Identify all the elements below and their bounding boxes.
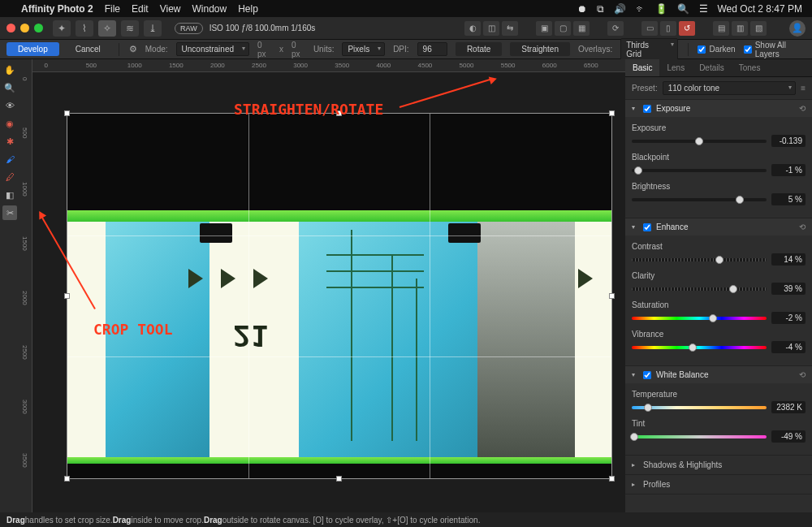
crop-handle-e[interactable]: [609, 293, 615, 299]
user-avatar[interactable]: 👤: [789, 20, 806, 37]
slider-thumb[interactable]: [644, 404, 652, 412]
panel-toggle-2-icon[interactable]: ▥: [732, 21, 748, 36]
mirror-view-icon[interactable]: ⇆: [502, 21, 518, 36]
overlay-paint-tool-icon[interactable]: 🖌: [2, 152, 17, 166]
tab-basic[interactable]: Basic: [625, 59, 659, 76]
crop-box[interactable]: [67, 113, 612, 479]
reset-icon[interactable]: ↺: [679, 21, 695, 36]
canvas[interactable]: 21 STRAIGHTEN/ROTATE: [32, 72, 625, 512]
darken-checkbox[interactable]: Darken: [698, 45, 735, 54]
rotate-button[interactable]: Rotate: [456, 42, 502, 56]
slider-track[interactable]: [632, 169, 767, 172]
exposure-title[interactable]: Exposure: [656, 104, 794, 113]
slider-track[interactable]: [632, 140, 767, 143]
tab-details[interactable]: Details: [692, 59, 732, 76]
blemish-tool-icon[interactable]: ✱: [2, 134, 17, 149]
slider-thumb[interactable]: [709, 314, 717, 322]
straighten-button[interactable]: Straighten: [510, 42, 570, 56]
slider-thumb[interactable]: [729, 285, 737, 293]
sync-icon[interactable]: ⟳: [607, 21, 624, 36]
param-value[interactable]: -49 %: [771, 430, 806, 443]
slider-thumb[interactable]: [736, 196, 744, 204]
slider-track[interactable]: [632, 317, 767, 320]
section-shadows-highlights[interactable]: ▸ Shadows & Highlights: [625, 456, 812, 475]
crop-handle-ne[interactable]: [609, 110, 615, 116]
slider-thumb[interactable]: [634, 166, 642, 175]
slider-thumb[interactable]: [715, 256, 723, 264]
view-tool-icon[interactable]: 👁: [2, 98, 17, 113]
param-value[interactable]: -1 %: [771, 164, 806, 176]
slider-track[interactable]: [632, 346, 767, 349]
clip-tones-icon[interactable]: ▦: [573, 21, 590, 36]
preset-select[interactable]: 110 color tone: [663, 81, 796, 95]
slider-thumb[interactable]: [695, 137, 703, 145]
overlays-select[interactable]: Thirds Grid: [620, 38, 677, 61]
param-value[interactable]: -0.139: [771, 135, 806, 147]
slider-track[interactable]: [632, 406, 767, 409]
fullscreen-window-button[interactable]: [34, 24, 43, 32]
wb-enable-checkbox[interactable]: [643, 371, 651, 379]
enhance-reset-icon[interactable]: ⟲: [799, 222, 806, 231]
gradient-tool-icon[interactable]: ◧: [2, 188, 17, 202]
wb-reset-icon[interactable]: ⟲: [799, 370, 806, 379]
enhance-title[interactable]: Enhance: [656, 222, 794, 231]
orientation-v-icon[interactable]: ▯: [660, 21, 676, 36]
dpi-input[interactable]: 96: [417, 42, 447, 56]
wb-title[interactable]: White Balance: [656, 370, 794, 379]
liquify-persona-icon[interactable]: ⌇: [76, 20, 93, 37]
show-all-layers-checkbox[interactable]: Show All Layers: [744, 41, 806, 58]
param-value[interactable]: 39 %: [771, 283, 806, 295]
section-profiles[interactable]: ▸ Profiles: [625, 475, 812, 495]
crop-handle-sw[interactable]: [64, 476, 70, 482]
twisty-icon[interactable]: ▾: [632, 105, 638, 112]
slider-track[interactable]: [632, 198, 767, 201]
crop-handle-n[interactable]: [336, 110, 342, 116]
minimize-window-button[interactable]: [20, 24, 29, 32]
search-icon[interactable]: 🔍: [677, 3, 689, 15]
slider-thumb[interactable]: [689, 343, 697, 352]
battery-icon[interactable]: 🔋: [655, 3, 667, 15]
panel-toggle-3-icon[interactable]: ▧: [750, 21, 767, 36]
exposure-reset-icon[interactable]: ⟲: [799, 104, 806, 113]
menu-edit[interactable]: Edit: [132, 3, 149, 15]
units-select[interactable]: Pixels: [342, 42, 385, 56]
screen-mirror-icon[interactable]: ⧉: [597, 3, 604, 15]
volume-icon[interactable]: 🔊: [614, 3, 626, 15]
orientation-h-icon[interactable]: ▭: [641, 21, 658, 36]
photo-persona-icon[interactable]: ✦: [53, 20, 71, 37]
enhance-enable-checkbox[interactable]: [643, 223, 651, 231]
tone-map-persona-icon[interactable]: ≋: [121, 20, 139, 37]
develop-persona-icon[interactable]: ✧: [98, 20, 116, 37]
app-name[interactable]: Affinity Photo 2: [21, 3, 93, 15]
menu-help[interactable]: Help: [238, 3, 258, 15]
red-eye-tool-icon[interactable]: ◉: [2, 116, 17, 131]
close-window-button[interactable]: [6, 24, 15, 32]
crop-handle-s[interactable]: [336, 476, 342, 482]
crop-tool-icon[interactable]: ✂: [2, 205, 17, 220]
develop-button[interactable]: Develop: [6, 42, 59, 56]
preset-menu-icon[interactable]: ≡: [801, 84, 806, 93]
param-value[interactable]: 2382 K: [771, 401, 806, 413]
export-persona-icon[interactable]: ⤓: [144, 20, 162, 37]
hand-tool-icon[interactable]: ✋: [2, 63, 17, 77]
slider-track[interactable]: [632, 287, 767, 291]
crop-width[interactable]: 0 px: [257, 41, 271, 58]
clip-highlights-icon[interactable]: ▢: [555, 21, 571, 36]
record-icon[interactable]: ⏺: [577, 3, 587, 15]
menu-view[interactable]: View: [160, 3, 181, 15]
twisty-icon[interactable]: ▾: [632, 371, 638, 378]
wifi-icon[interactable]: ᯤ: [636, 3, 646, 15]
panel-toggle-1-icon[interactable]: ▤: [713, 21, 729, 36]
menu-window[interactable]: Window: [192, 3, 227, 15]
param-value[interactable]: 14 %: [771, 253, 806, 266]
menu-file[interactable]: File: [105, 3, 120, 15]
clip-shadows-icon[interactable]: ▣: [536, 21, 552, 36]
crop-handle-w[interactable]: [64, 293, 70, 299]
overlay-erase-tool-icon[interactable]: 🖊: [2, 170, 17, 184]
exposure-enable-checkbox[interactable]: [643, 105, 651, 113]
cancel-button[interactable]: Cancel: [67, 42, 109, 56]
param-value[interactable]: 5 %: [771, 193, 806, 205]
slider-thumb[interactable]: [630, 433, 638, 441]
tab-lens[interactable]: Lens: [659, 59, 692, 76]
twisty-icon[interactable]: ▾: [632, 223, 638, 231]
